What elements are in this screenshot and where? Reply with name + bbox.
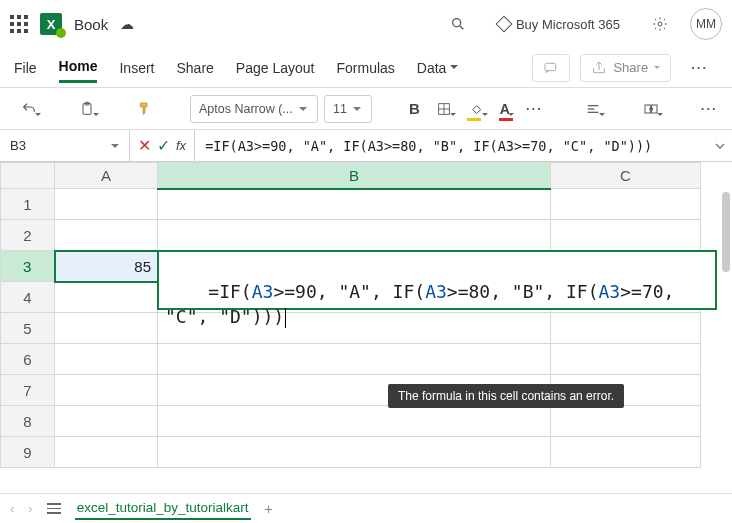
align-button[interactable] <box>580 95 606 123</box>
cell-C2[interactable] <box>551 220 701 251</box>
tab-data[interactable]: Data <box>417 54 459 82</box>
cell-B8[interactable] <box>158 406 551 437</box>
spreadsheet-grid[interactable]: A B C 1 2 385 4 5 6 7 8 9 <box>0 162 701 468</box>
svg-rect-3 <box>545 63 556 70</box>
col-header-A[interactable]: A <box>55 163 158 189</box>
settings-gear-icon[interactable] <box>642 9 678 39</box>
formula-cancel-icon[interactable]: ✕ <box>138 136 151 155</box>
row-header-8[interactable]: 8 <box>1 406 55 437</box>
user-avatar[interactable]: MM <box>690 8 722 40</box>
all-sheets-icon[interactable] <box>47 503 61 514</box>
cell-B2[interactable] <box>158 220 551 251</box>
cell-A6[interactable] <box>55 344 158 375</box>
tab-page-layout[interactable]: Page Layout <box>236 54 315 82</box>
formula-confirm-icon[interactable]: ✓ <box>157 136 170 155</box>
formula-bar-expand-icon[interactable] <box>708 130 732 161</box>
sheet-tab-active[interactable]: excel_tutorial_by_tutorialkart <box>75 497 251 520</box>
borders-button[interactable] <box>431 95 457 123</box>
sheet-nav-prev-icon[interactable]: ‹ <box>10 501 14 516</box>
cell-A2[interactable] <box>55 220 158 251</box>
app-launcher-icon[interactable] <box>10 15 28 33</box>
cell-B9[interactable] <box>158 437 551 468</box>
row-header-1[interactable]: 1 <box>1 189 55 220</box>
font-name-combo[interactable]: Aptos Narrow (... <box>190 95 318 123</box>
row-header-6[interactable]: 6 <box>1 344 55 375</box>
row-header-4[interactable]: 4 <box>1 282 55 313</box>
font-size-combo[interactable]: 11 <box>324 95 372 123</box>
search-icon[interactable] <box>440 9 476 39</box>
cell-A1[interactable] <box>55 189 158 220</box>
cell-A5[interactable] <box>55 313 158 344</box>
name-box[interactable]: B3 <box>0 130 130 161</box>
tab-home[interactable]: Home <box>59 52 98 83</box>
add-sheet-button[interactable]: + <box>265 501 273 517</box>
tab-share[interactable]: Share <box>176 54 213 82</box>
text-caret <box>285 308 286 328</box>
tab-formulas[interactable]: Formulas <box>336 54 394 82</box>
svg-point-2 <box>658 22 662 26</box>
cell-C9[interactable] <box>551 437 701 468</box>
cell-C8[interactable] <box>551 406 701 437</box>
cell-editor[interactable]: =IF(A3>=90, "A", IF(A3>=80, "B", IF(A3>=… <box>157 250 717 310</box>
ribbon-more-button[interactable]: ··· <box>696 95 723 123</box>
formula-bar-input[interactable]: =IF(A3>=90, "A", IF(A3>=80, "B", IF(A3>=… <box>195 130 708 161</box>
row-header-9[interactable]: 9 <box>1 437 55 468</box>
merge-button[interactable] <box>638 95 664 123</box>
buy-label: Buy Microsoft 365 <box>516 17 620 32</box>
buy-microsoft-365-button[interactable]: Buy Microsoft 365 <box>488 9 630 39</box>
vertical-scrollbar[interactable] <box>722 192 730 272</box>
row-header-2[interactable]: 2 <box>1 220 55 251</box>
svg-point-0 <box>453 19 461 27</box>
select-all-corner[interactable] <box>1 163 55 189</box>
row-header-7[interactable]: 7 <box>1 375 55 406</box>
tab-insert[interactable]: Insert <box>119 54 154 82</box>
cloud-save-status-icon[interactable]: ☁ <box>120 16 134 32</box>
paste-button[interactable] <box>74 95 100 123</box>
bold-button[interactable]: B <box>404 95 425 123</box>
cell-A3[interactable]: 85 <box>55 251 158 282</box>
name-box-value: B3 <box>10 138 26 153</box>
format-painter-button[interactable] <box>132 95 158 123</box>
fx-icon[interactable]: fx <box>176 138 186 153</box>
font-color-button[interactable]: A <box>495 95 515 123</box>
ribbon-overflow-button[interactable]: ··· <box>681 54 718 82</box>
undo-button[interactable] <box>16 95 42 123</box>
cell-C1[interactable] <box>551 189 701 220</box>
diamond-icon <box>495 16 512 33</box>
row-header-5[interactable]: 5 <box>1 313 55 344</box>
cell-A7[interactable] <box>55 375 158 406</box>
col-header-B[interactable]: B <box>158 163 551 189</box>
cell-A8[interactable] <box>55 406 158 437</box>
font-overflow-button[interactable]: ··· <box>521 95 548 123</box>
share-label: Share <box>613 60 648 75</box>
cell-B1[interactable] <box>158 189 551 220</box>
cell-C5[interactable] <box>551 313 701 344</box>
error-tooltip: The formula in this cell contains an err… <box>388 384 624 408</box>
svg-line-1 <box>460 26 463 29</box>
document-title[interactable]: Book <box>74 16 108 33</box>
comments-button[interactable] <box>532 54 570 82</box>
cell-A9[interactable] <box>55 437 158 468</box>
font-size-value: 11 <box>333 102 347 116</box>
row-header-3[interactable]: 3 <box>1 251 55 282</box>
tab-file[interactable]: File <box>14 54 37 82</box>
cell-B6[interactable] <box>158 344 551 375</box>
excel-logo-icon: X <box>40 13 62 35</box>
col-header-C[interactable]: C <box>551 163 701 189</box>
font-name-value: Aptos Narrow (... <box>199 102 293 116</box>
sheet-nav-next-icon[interactable]: › <box>28 501 32 516</box>
fill-color-button[interactable] <box>463 95 489 123</box>
cell-C6[interactable] <box>551 344 701 375</box>
cell-A4[interactable] <box>55 282 158 313</box>
share-button[interactable]: Share <box>580 54 671 82</box>
